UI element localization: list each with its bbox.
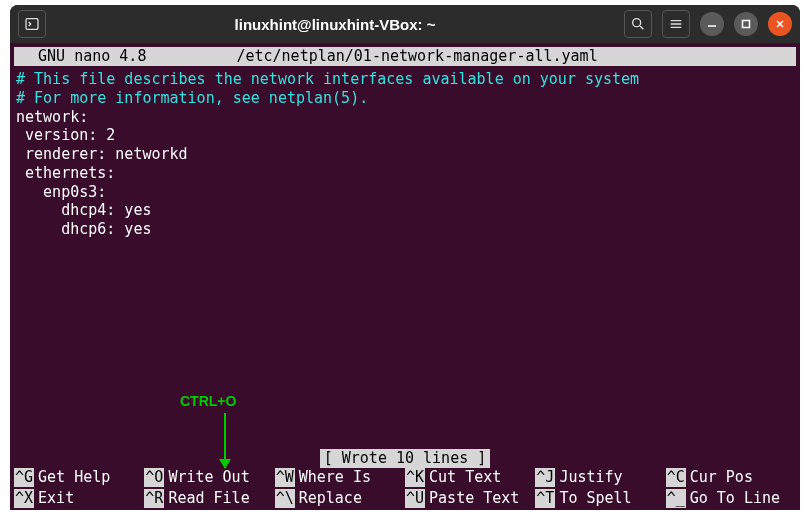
shortcut-key: ^C bbox=[666, 468, 686, 487]
annotation-label: CTRL+O bbox=[180, 393, 236, 411]
terminal-icon bbox=[24, 16, 40, 32]
shortcut-key: ^R bbox=[144, 489, 164, 508]
minimize-button[interactable] bbox=[700, 12, 724, 36]
editor-line: renderer: networkd bbox=[16, 145, 794, 164]
editor-line: # For more information, see netplan(5). bbox=[16, 89, 794, 108]
shortcut-key: ^J bbox=[535, 468, 555, 487]
editor-line: ethernets: bbox=[16, 164, 794, 183]
nano-shortcut: ^KCut Text bbox=[405, 468, 535, 487]
close-icon bbox=[775, 19, 785, 29]
editor-line: # This file describes the network interf… bbox=[16, 70, 794, 89]
editor-line: dhcp6: yes bbox=[16, 220, 794, 239]
nano-shortcut: ^UPaste Text bbox=[405, 489, 535, 508]
nano-shortcuts-row1: ^GGet Help^OWrite Out^WWhere Is^KCut Tex… bbox=[10, 468, 800, 489]
search-icon bbox=[630, 16, 646, 32]
nano-status-line: [ Wrote 10 lines ] bbox=[10, 449, 800, 468]
nano-filepath: /etc/netplan/01-network-manager-all.yaml bbox=[146, 47, 790, 66]
nano-shortcut: ^_Go To Line bbox=[666, 489, 796, 508]
nano-header: GNU nano 4.8 /etc/netplan/01-network-man… bbox=[14, 47, 796, 66]
svg-rect-0 bbox=[26, 19, 38, 30]
shortcut-key: ^T bbox=[535, 489, 555, 508]
nano-app-name: GNU nano 4.8 bbox=[20, 47, 146, 66]
close-button[interactable] bbox=[768, 12, 792, 36]
editor-line: version: 2 bbox=[16, 126, 794, 145]
shortcut-label: Where Is bbox=[295, 468, 371, 487]
menu-button[interactable] bbox=[662, 10, 690, 38]
shortcut-label: Justify bbox=[555, 468, 622, 487]
hamburger-icon bbox=[668, 16, 684, 32]
window-title: linuxhint@linuxhint-VBox: ~ bbox=[54, 16, 616, 33]
shortcut-label: Cut Text bbox=[425, 468, 501, 487]
shortcut-key: ^O bbox=[144, 468, 164, 487]
maximize-button[interactable] bbox=[734, 12, 758, 36]
terminal-window: linuxhint@linuxhint-VBox: ~ GNU nano 4.8… bbox=[10, 5, 800, 510]
nano-status-text: [ Wrote 10 lines ] bbox=[320, 449, 491, 468]
editor-line: network: bbox=[16, 108, 794, 127]
editor-content[interactable]: # This file describes the network interf… bbox=[10, 66, 800, 449]
shortcut-key: ^W bbox=[275, 468, 295, 487]
minimize-icon bbox=[707, 19, 717, 29]
shortcut-key: ^_ bbox=[666, 489, 686, 508]
shortcut-label: Get Help bbox=[34, 468, 110, 487]
nano-shortcut: ^GGet Help bbox=[14, 468, 144, 487]
editor-line: dhcp4: yes bbox=[16, 201, 794, 220]
editor-line: enp0s3: bbox=[16, 183, 794, 202]
shortcut-label: To Spell bbox=[555, 489, 631, 508]
shortcut-label: Paste Text bbox=[425, 489, 519, 508]
shortcut-label: Exit bbox=[34, 489, 74, 508]
svg-point-1 bbox=[633, 19, 641, 27]
shortcut-label: Read File bbox=[164, 489, 249, 508]
nano-shortcut: ^CCur Pos bbox=[666, 468, 796, 487]
nano-shortcut: ^WWhere Is bbox=[275, 468, 405, 487]
new-tab-button[interactable] bbox=[18, 10, 46, 38]
shortcut-label: Cur Pos bbox=[686, 468, 753, 487]
search-button[interactable] bbox=[624, 10, 652, 38]
shortcut-label: Go To Line bbox=[686, 489, 780, 508]
annotation-arrow bbox=[224, 413, 226, 468]
titlebar: linuxhint@linuxhint-VBox: ~ bbox=[10, 5, 800, 43]
svg-rect-2 bbox=[743, 21, 750, 28]
nano-shortcut: ^OWrite Out bbox=[144, 468, 274, 487]
nano-shortcut: ^JJustify bbox=[535, 468, 665, 487]
shortcut-label: Replace bbox=[295, 489, 362, 508]
nano-shortcut: ^\Replace bbox=[275, 489, 405, 508]
nano-shortcut: ^XExit bbox=[14, 489, 144, 508]
titlebar-controls bbox=[624, 10, 792, 38]
shortcut-key: ^U bbox=[405, 489, 425, 508]
nano-shortcuts-row2: ^XExit^RRead File^\Replace^UPaste Text^T… bbox=[10, 489, 800, 510]
shortcut-key: ^X bbox=[14, 489, 34, 508]
nano-shortcut: ^RRead File bbox=[144, 489, 274, 508]
nano-shortcut: ^TTo Spell bbox=[535, 489, 665, 508]
shortcut-key: ^G bbox=[14, 468, 34, 487]
terminal-body[interactable]: GNU nano 4.8 /etc/netplan/01-network-man… bbox=[10, 43, 800, 510]
shortcut-key: ^K bbox=[405, 468, 425, 487]
shortcut-key: ^\ bbox=[275, 489, 295, 508]
shortcut-label: Write Out bbox=[164, 468, 249, 487]
maximize-icon bbox=[741, 19, 751, 29]
